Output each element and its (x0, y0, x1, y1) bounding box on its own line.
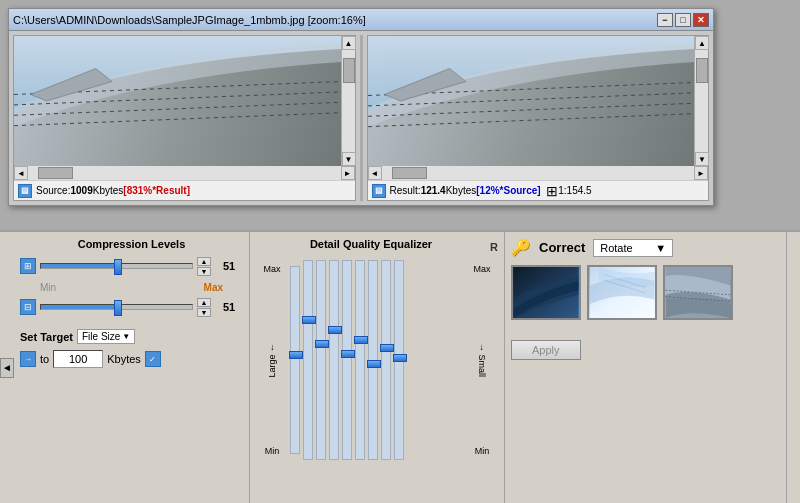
source-scroll-down[interactable]: ▼ (342, 152, 356, 166)
rotate-select[interactable]: Rotate ▼ (593, 239, 673, 257)
minimize-button[interactable]: − (657, 13, 673, 27)
eq-bars (288, 260, 466, 460)
source-scroll-track[interactable] (342, 50, 355, 152)
result-scrollbar-v[interactable]: ▲ ▼ (694, 36, 708, 166)
source-scroll-left[interactable]: ◄ (14, 166, 28, 180)
to-value-input[interactable]: 100 (53, 350, 103, 368)
result-icon: ▤ (372, 184, 386, 198)
result-scrollbar-h[interactable]: ◄ ► (368, 166, 709, 180)
eq-bar-col-9 (394, 260, 404, 460)
title-bar: C:\Users\ADMIN\Downloads\SampleJPGImage_… (9, 9, 713, 31)
eq-left-side: Large ← (267, 343, 277, 378)
eq-wrapper: Max Large ← Min (256, 260, 498, 460)
slider-2-down[interactable]: ▼ (197, 308, 211, 317)
eq-bar-col-7 (368, 260, 378, 460)
eq-bar-thumb-2[interactable] (302, 316, 316, 324)
min-label-1: Min (40, 282, 56, 293)
thumbnail-2[interactable] (587, 265, 657, 320)
rotate-value: Rotate (600, 242, 632, 254)
slider-icon-2: ⊟ (20, 299, 36, 315)
to-icon: → (20, 351, 36, 367)
close-button[interactable]: ✕ (693, 13, 709, 27)
eq-bar-track-1[interactable] (290, 266, 300, 454)
thumb2-svg (589, 267, 655, 318)
maximize-button[interactable]: □ (675, 13, 691, 27)
eq-bar-track-3[interactable] (316, 260, 326, 460)
eq-bar-track-9[interactable] (394, 260, 404, 460)
bottom-panel: ◄ Compression Levels ⊞ ▲ ▼ 51 Min Max (0, 230, 800, 503)
correct-title: Correct (539, 240, 585, 255)
eq-bar-thumb-7[interactable] (367, 360, 381, 368)
slider-2-value: 51 (215, 301, 243, 313)
source-image-area: ▲ ▼ (14, 36, 355, 166)
correct-section: 🔑 Correct Rotate ▼ (505, 232, 800, 503)
eq-bar-track-4[interactable] (329, 260, 339, 460)
source-scroll-right[interactable]: ► (341, 166, 355, 180)
slider-2-up[interactable]: ▲ (197, 298, 211, 307)
eq-bar-track-5[interactable] (342, 260, 352, 460)
source-scroll-thumb[interactable] (343, 58, 355, 83)
eq-bar-col-8 (381, 260, 391, 460)
thumbnail-1[interactable] (511, 265, 581, 320)
result-scroll-up[interactable]: ▲ (695, 36, 709, 50)
eq-bar-thumb-5[interactable] (341, 350, 355, 358)
window-controls: − □ ✕ (657, 13, 709, 27)
result-scroll-down[interactable]: ▼ (695, 152, 709, 166)
result-scroll-left[interactable]: ◄ (368, 166, 382, 180)
slider-2-fill (41, 305, 118, 309)
select-arrow: ▼ (122, 332, 130, 341)
result-image (368, 36, 695, 166)
source-hthumb[interactable] (38, 167, 73, 179)
slider-2-thumb[interactable] (114, 300, 122, 316)
result-scroll-thumb[interactable] (696, 58, 708, 83)
result-scroll-track[interactable] (695, 50, 708, 152)
rotate-select-arrow: ▼ (655, 242, 666, 254)
eq-right-top: Max (473, 264, 490, 274)
to-confirm-icon[interactable]: ✓ (145, 351, 161, 367)
source-scrollbar-v[interactable]: ▲ ▼ (341, 36, 355, 166)
result-htrack[interactable] (382, 166, 695, 180)
eq-bar-thumb-1[interactable] (289, 351, 303, 359)
to-row: → to 100 Kbytes ✓ (20, 350, 243, 368)
r-label: R (490, 241, 498, 253)
eq-bar-col-1 (290, 260, 300, 460)
result-percent: [12%*Source] (476, 185, 540, 196)
eq-bar-track-2[interactable] (303, 260, 313, 460)
source-size: 1009 (70, 185, 92, 196)
eq-bar-thumb-3[interactable] (315, 340, 329, 348)
eq-bar-thumb-6[interactable] (354, 336, 368, 344)
right-panel-scrollbar[interactable] (786, 232, 800, 503)
eq-bar-track-7[interactable] (368, 260, 378, 460)
file-size-select[interactable]: File Size ▼ (77, 329, 135, 344)
slider-2-arrows: ▲ ▼ (197, 298, 211, 317)
result-hthumb[interactable] (392, 167, 427, 179)
thumbnail-3[interactable] (663, 265, 733, 320)
eq-bar-track-8[interactable] (381, 260, 391, 460)
slider-1-up[interactable]: ▲ (197, 257, 211, 266)
window-title: C:\Users\ADMIN\Downloads\SampleJPGImage_… (13, 14, 366, 26)
eq-bar-thumb-8[interactable] (380, 344, 394, 352)
eq-bar-thumb-9[interactable] (393, 354, 407, 362)
source-htrack[interactable] (28, 166, 341, 180)
source-scroll-up[interactable]: ▲ (342, 36, 356, 50)
slider-1-down[interactable]: ▼ (197, 267, 211, 276)
apply-button[interactable]: Apply (511, 340, 581, 360)
equalizer-section: Detail Quality Equalizer R Max Large ← M… (250, 232, 505, 503)
result-image-area: ▲ ▼ (368, 36, 709, 166)
eq-right-side: → Small (477, 343, 487, 377)
source-scrollbar-h[interactable]: ◄ ► (14, 166, 355, 180)
slider-1-arrows: ▲ ▼ (197, 257, 211, 276)
slider-1-track[interactable] (40, 263, 193, 269)
slider-2-track[interactable] (40, 304, 193, 310)
eq-bar-col-5 (342, 260, 352, 460)
slider-1-thumb[interactable] (114, 259, 122, 275)
result-scroll-right[interactable]: ► (694, 166, 708, 180)
result-status: ▤ Result: 121.4 Kbytes [12%*Source] ⊞ 1:… (368, 180, 709, 200)
slider-row-2: ⊟ ▲ ▼ 51 (20, 297, 243, 317)
slider-icon-1: ⊞ (20, 258, 36, 274)
max-label-1: Max (204, 282, 223, 293)
kbytes-label: Kbytes (107, 353, 141, 365)
eq-bar-thumb-4[interactable] (328, 326, 342, 334)
set-target-label: Set Target (20, 331, 73, 343)
eq-bar-track-6[interactable] (355, 260, 365, 460)
